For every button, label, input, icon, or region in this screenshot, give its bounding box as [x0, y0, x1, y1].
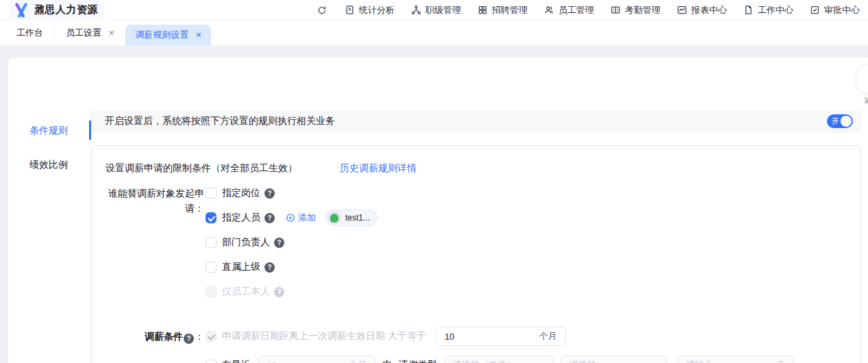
days-unit: 天 [776, 359, 785, 363]
sidebar-item-condition-rules[interactable]: 条件规则 [8, 121, 91, 140]
document-icon [345, 5, 355, 15]
back-button[interactable] [856, 64, 868, 95]
nav-item-reports[interactable]: 报表中心 [669, 0, 735, 21]
nav-item-attendance[interactable]: 考勤管理 [602, 0, 669, 21]
content-area: 返回 条件规则 绩效比例 开启设置后，系统将按照下方设置的规则执行相关业务 开 … [0, 45, 868, 363]
help-icon[interactable]: ? [274, 238, 284, 248]
add-person-button[interactable]: 添加 [286, 212, 316, 224]
nav-item-recruitment[interactable]: 招聘管理 [469, 0, 536, 21]
rules-main: 开启设置后，系统将按照下方设置的规则执行相关业务 开 设置调薪申请的限制条件（对… [91, 58, 868, 363]
app-title: 鼐思人力资源 [34, 3, 98, 16]
employee-self-checkbox [206, 286, 216, 297]
department-head-checkbox[interactable] [206, 237, 216, 248]
days-input: 请输入 天 [678, 355, 794, 363]
recent-months-unit: 个月 [349, 359, 367, 363]
toggle-on-label: 开 [832, 116, 839, 127]
member-avatar [327, 211, 341, 225]
enable-banner: 开启设置后，系统将按照下方设置的规则执行相关业务 开 [91, 110, 861, 133]
nav-item-approval[interactable]: 审批中心 [802, 0, 868, 21]
help-icon[interactable]: ? [264, 213, 275, 223]
settings-card: 返回 条件规则 绩效比例 开启设置后，系统将按照下方设置的规则执行相关业务 开 … [8, 58, 868, 363]
nav-item-statistics[interactable]: 统计分析 [336, 0, 403, 21]
specified-person-checkbox[interactable] [206, 212, 216, 223]
condition-text: 申请调薪日期距离上一次调薪生效日期 大于等于 [222, 330, 426, 342]
back-button-label: 返回 [856, 96, 868, 105]
page-tabs: 工作台 员工设置 ✕ 调薪规则设置 ✕ [0, 21, 868, 45]
direct-supervisor-checkbox[interactable] [206, 262, 216, 273]
salary-condition-content: 申请调薪日期距离上一次调薪生效日期 大于等于 个月 [206, 327, 566, 346]
months-unit: 个月 [539, 330, 557, 342]
grid-icon [478, 5, 488, 15]
option-specified-person: 指定人员 ? 添加 test1... [206, 210, 847, 225]
plus-circle-icon [286, 213, 295, 223]
tab-salary-rule-settings[interactable]: 调薪规则设置 ✕ [125, 25, 211, 45]
nav-item-workcenter[interactable]: 工作中心 [735, 0, 802, 21]
file-icon [743, 5, 754, 15]
people-icon [544, 5, 554, 15]
months-input-group: 个月 [436, 327, 566, 346]
back-float: 返回 [856, 64, 868, 105]
help-icon: ? [274, 287, 284, 297]
recent-prefix: 在最近 [222, 359, 251, 363]
nav-item-job-level[interactable]: 职级管理 [403, 0, 469, 21]
months-input[interactable] [445, 331, 513, 342]
hierarchy-icon [411, 5, 421, 15]
toggle-knob [841, 116, 852, 127]
who-can-apply-label: 谁能替调薪对象发起申请： [106, 186, 204, 216]
top-navbar: 鼐思人力资源 统计分析 职级管理 招聘管理 员工管理 考勤管理 报表中心 [0, 0, 868, 21]
main-nav: 统计分析 职级管理 招聘管理 员工管理 考勤管理 报表中心 工作中心 审批中心 [336, 0, 868, 21]
recent-leave-checkbox[interactable] [206, 360, 216, 363]
option-specified-position: 指定岗位 ? [206, 186, 847, 201]
close-icon[interactable]: ✕ [108, 29, 114, 38]
leave-type-select: 请选择（单选） ∨ [444, 355, 554, 363]
rules-sidebar: 条件规则 绩效比例 [8, 58, 91, 363]
app-logo-icon [14, 3, 29, 18]
member-tag[interactable]: test1... [325, 210, 377, 226]
enable-banner-text: 开启设置后，系统将按照下方设置的规则执行相关业务 [105, 115, 335, 127]
close-icon[interactable]: ✕ [195, 31, 201, 40]
id-card-icon [610, 5, 621, 15]
recent-months-input: 10 个月 [258, 355, 375, 363]
chart-icon [677, 5, 687, 15]
specified-position-checkbox[interactable] [206, 188, 216, 199]
recent-connector: 中 [382, 359, 392, 363]
option-department-head: 部门负责人 ? [206, 235, 847, 250]
salary-condition-label: 调薪条件?： [106, 329, 204, 345]
nav-item-employee[interactable]: 员工管理 [536, 0, 602, 21]
approved-box-icon [810, 5, 820, 15]
salary-condition-row: 调薪条件?： 申请调薪日期距离上一次调薪生效日期 大于等于 个月 [106, 327, 847, 346]
tab-workbench[interactable]: 工作台 [5, 21, 54, 45]
panel-head: 设置调薪申请的限制条件（对全部员工生效） 历史调薪规则详情 [106, 162, 847, 175]
enable-toggle[interactable]: 开 [827, 114, 853, 128]
leave-type-label: 请假类型 [399, 359, 437, 363]
who-can-apply-row: 谁能替调薪对象发起申请： 指定岗位 ? 指定人员 ? [106, 186, 847, 309]
who-options: 指定岗位 ? 指定人员 ? 添加 [204, 186, 847, 309]
condition-checkbox [206, 331, 216, 342]
leave-subtype-select: 请选择 ∨ [560, 355, 667, 363]
logo-block[interactable]: 鼐思人力资源 [10, 0, 105, 21]
option-employee-self: 仅员工本人 ? [206, 284, 847, 299]
refresh-icon[interactable] [317, 3, 327, 18]
help-icon[interactable]: ? [184, 334, 194, 344]
condition-panel: 设置调薪申请的限制条件（对全部员工生效） 历史调薪规则详情 谁能替调薪对象发起申… [91, 145, 861, 363]
tab-employee-settings[interactable]: 员工设置 ✕ [55, 21, 125, 45]
sidebar-item-performance-ratio[interactable]: 绩效比例 [8, 155, 91, 174]
option-direct-supervisor: 直属上级 ? [206, 260, 847, 275]
history-rules-link[interactable]: 历史调薪规则详情 [340, 162, 417, 175]
recent-leave-row: 在最近 10 个月 中 请假类型 请选择（单选） ∨ 请选择 ∨ [206, 355, 847, 363]
help-icon[interactable]: ? [264, 262, 275, 273]
panel-title: 设置调薪申请的限制条件（对全部员工生效） [106, 162, 297, 175]
member-name: test1... [345, 213, 370, 223]
help-icon[interactable]: ? [264, 188, 275, 199]
